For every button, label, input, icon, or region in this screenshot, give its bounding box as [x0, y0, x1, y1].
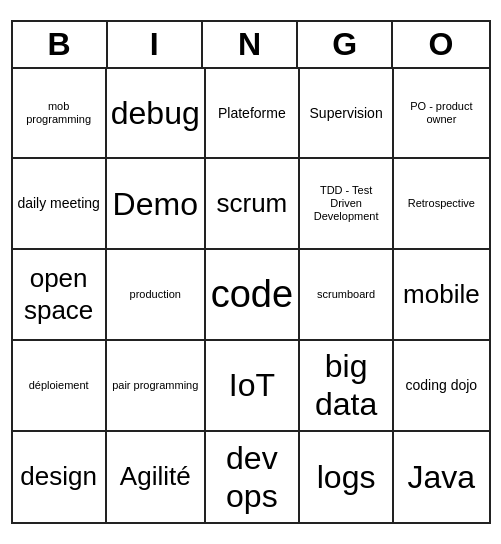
cell-text-8: TDD - Test Driven Development	[304, 184, 388, 224]
cell-text-23: logs	[317, 458, 376, 496]
bingo-cell-14: mobile	[394, 250, 488, 341]
header-letter-N: N	[203, 22, 298, 67]
cell-text-14: mobile	[403, 279, 480, 310]
bingo-cell-15: déploiement	[13, 341, 107, 432]
bingo-cell-7: scrum	[206, 159, 300, 250]
bingo-cell-18: big data	[300, 341, 394, 432]
bingo-cell-12: code	[206, 250, 300, 341]
cell-text-13: scrumboard	[317, 288, 375, 301]
cell-text-16: pair programming	[112, 379, 198, 392]
cell-text-19: coding dojo	[406, 377, 478, 394]
cell-text-1: debug	[111, 94, 200, 132]
cell-text-6: Demo	[113, 185, 198, 223]
cell-text-18: big data	[304, 347, 388, 424]
bingo-cell-1: debug	[107, 69, 206, 160]
bingo-cell-3: Supervision	[300, 69, 394, 160]
bingo-cell-13: scrumboard	[300, 250, 394, 341]
bingo-cell-8: TDD - Test Driven Development	[300, 159, 394, 250]
cell-text-5: daily meeting	[17, 195, 100, 212]
header-letter-G: G	[298, 22, 393, 67]
bingo-cell-21: Agilité	[107, 432, 206, 523]
bingo-cell-19: coding dojo	[394, 341, 488, 432]
cell-text-9: Retrospective	[408, 197, 475, 210]
cell-text-21: Agilité	[120, 461, 191, 492]
header-letter-O: O	[393, 22, 488, 67]
cell-text-17: IoT	[229, 366, 275, 404]
cell-text-20: design	[20, 461, 97, 492]
bingo-grid: mob programmingdebugPlateformeSupervisio…	[13, 69, 489, 523]
cell-text-2: Plateforme	[218, 105, 286, 122]
cell-text-22: dev ops	[210, 439, 294, 516]
bingo-cell-24: Java	[394, 432, 488, 523]
bingo-card: BINGO mob programmingdebugPlateformeSupe…	[11, 20, 491, 525]
cell-text-10: open space	[17, 263, 101, 325]
bingo-cell-9: Retrospective	[394, 159, 488, 250]
header-letter-I: I	[108, 22, 203, 67]
bingo-cell-16: pair programming	[107, 341, 206, 432]
bingo-cell-5: daily meeting	[13, 159, 107, 250]
cell-text-3: Supervision	[310, 105, 383, 122]
bingo-cell-20: design	[13, 432, 107, 523]
bingo-cell-23: logs	[300, 432, 394, 523]
cell-text-4: PO - product owner	[398, 100, 484, 126]
cell-text-12: code	[211, 272, 293, 318]
bingo-cell-4: PO - product owner	[394, 69, 488, 160]
bingo-cell-2: Plateforme	[206, 69, 300, 160]
cell-text-15: déploiement	[29, 379, 89, 392]
bingo-cell-17: IoT	[206, 341, 300, 432]
bingo-header: BINGO	[13, 22, 489, 69]
bingo-cell-6: Demo	[107, 159, 206, 250]
bingo-cell-11: production	[107, 250, 206, 341]
cell-text-24: Java	[408, 458, 476, 496]
header-letter-B: B	[13, 22, 108, 67]
cell-text-7: scrum	[216, 188, 287, 219]
bingo-cell-10: open space	[13, 250, 107, 341]
cell-text-0: mob programming	[17, 100, 101, 126]
bingo-cell-22: dev ops	[206, 432, 300, 523]
cell-text-11: production	[130, 288, 181, 301]
bingo-cell-0: mob programming	[13, 69, 107, 160]
